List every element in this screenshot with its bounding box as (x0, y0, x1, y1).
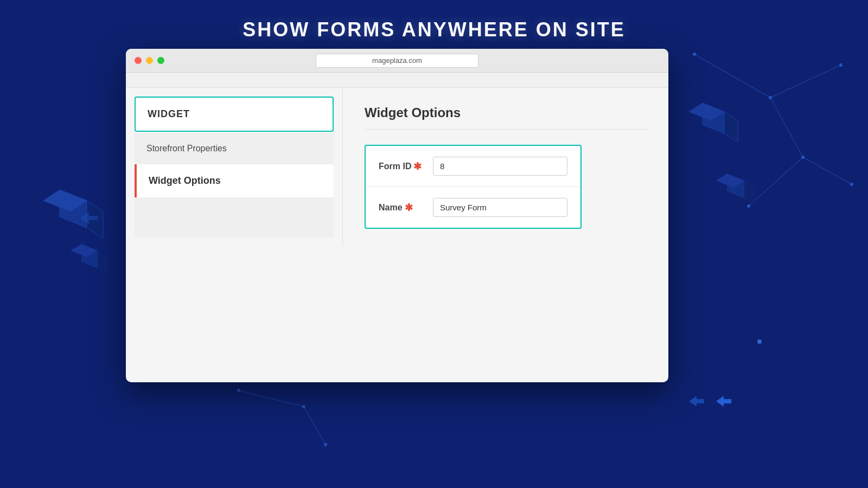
name-label: Name ✱ (379, 202, 433, 214)
sidebar-item-widget-options[interactable]: Widget Options (135, 164, 334, 197)
form-id-required: ✱ (413, 160, 422, 172)
widget-options-divider (365, 129, 647, 130)
svg-marker-18 (43, 190, 87, 211)
svg-point-15 (302, 405, 305, 408)
svg-point-6 (769, 96, 772, 99)
svg-marker-21 (71, 244, 98, 257)
svg-point-10 (747, 204, 750, 208)
browser-window: mageplaza.com WIDGET Storefront Properti… (126, 49, 668, 382)
svg-line-3 (803, 157, 852, 184)
page-heading: SHOW FORMS ANYWHERE ON SITE (242, 18, 626, 41)
content-area: Widget Options Form ID ✱ Name ✱ (343, 88, 668, 246)
svg-marker-22 (98, 251, 108, 275)
svg-marker-29 (744, 181, 755, 206)
svg-marker-24 (703, 103, 724, 133)
svg-point-14 (237, 389, 240, 392)
svg-marker-17 (60, 190, 87, 228)
svg-line-12 (239, 390, 304, 407)
sidebar-storefront-label: Storefront Properties (146, 144, 227, 153)
sidebar-item-widget[interactable]: WIDGET (135, 97, 334, 132)
svg-line-13 (304, 407, 326, 445)
svg-marker-30 (689, 396, 704, 407)
svg-marker-28 (716, 174, 744, 188)
traffic-light-yellow[interactable] (146, 57, 153, 64)
form-id-row: Form ID ✱ (366, 146, 580, 187)
sidebar-item-storefront[interactable]: Storefront Properties (135, 133, 334, 164)
svg-marker-19 (87, 201, 103, 239)
address-bar[interactable]: mageplaza.com (316, 54, 478, 68)
svg-point-11 (757, 339, 762, 344)
svg-point-5 (693, 53, 696, 56)
svg-point-9 (850, 183, 853, 186)
svg-line-4 (749, 157, 803, 206)
sidebar-bottom (135, 197, 334, 237)
svg-point-16 (324, 443, 327, 446)
form-id-label: Form ID ✱ (379, 160, 433, 172)
sidebar-widget-options-label: Widget Options (149, 175, 221, 186)
name-required: ✱ (405, 202, 413, 214)
svg-line-1 (770, 65, 841, 98)
main-area: WIDGET Storefront Properties Widget Opti… (126, 73, 668, 246)
svg-point-7 (839, 63, 843, 67)
sidebar: WIDGET Storefront Properties Widget Opti… (126, 88, 343, 246)
svg-line-0 (694, 54, 770, 98)
sidebar-widget-label: WIDGET (148, 108, 190, 119)
widget-options-title: Widget Options (365, 105, 647, 120)
browser-chrome: mageplaza.com (126, 49, 668, 73)
traffic-light-green[interactable] (157, 57, 164, 64)
traffic-light-red[interactable] (135, 57, 142, 64)
svg-marker-31 (716, 396, 731, 407)
content-top-bar (126, 73, 668, 88)
address-text: mageplaza.com (372, 56, 422, 65)
name-input[interactable] (433, 198, 567, 217)
form-id-input[interactable] (433, 157, 567, 176)
svg-marker-26 (724, 112, 738, 142)
svg-marker-27 (727, 174, 744, 198)
widget-options-box: Form ID ✱ Name ✱ (365, 145, 582, 229)
name-row: Name ✱ (366, 187, 580, 228)
svg-line-2 (770, 98, 803, 157)
svg-marker-20 (81, 244, 98, 268)
svg-point-8 (801, 156, 805, 159)
svg-marker-23 (80, 211, 98, 224)
svg-marker-25 (689, 103, 724, 120)
